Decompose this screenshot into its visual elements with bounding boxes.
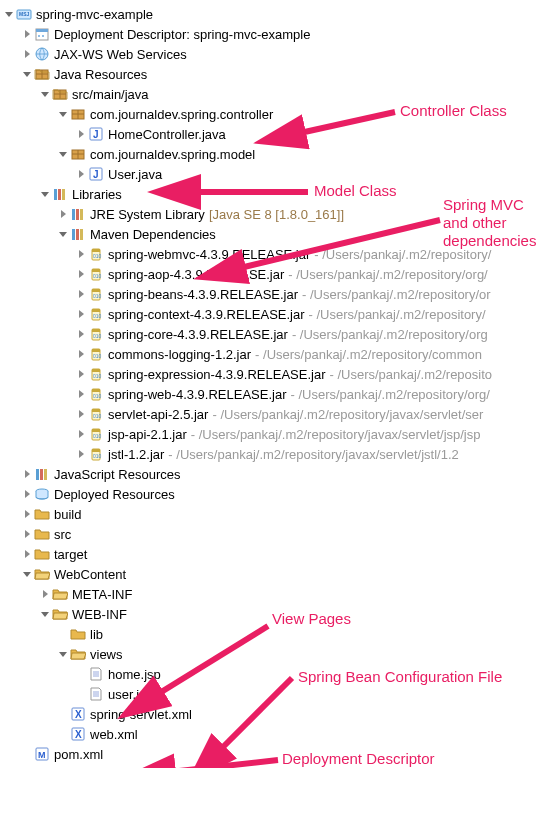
chevron-down-icon[interactable]: [22, 69, 32, 79]
svg-rect-28: [80, 209, 83, 220]
tree-item-label: spring-mvc-example: [36, 7, 153, 22]
chevron-right-icon[interactable]: [22, 549, 32, 559]
svg-text:010: 010: [93, 333, 102, 339]
tree-item[interactable]: JUser.java: [4, 164, 560, 184]
tree-item[interactable]: 010spring-beans-4.3.9.RELEASE.jar- /User…: [4, 284, 560, 304]
libraries-icon: [52, 186, 68, 202]
tree-item[interactable]: 010servlet-api-2.5.jar- /Users/pankaj/.m…: [4, 404, 560, 424]
tree-item[interactable]: 010commons-logging-1.2.jar- /Users/panka…: [4, 344, 560, 364]
chevron-right-icon[interactable]: [76, 329, 86, 339]
jaxws-icon: [34, 46, 50, 62]
chevron-right-icon[interactable]: [76, 289, 86, 299]
chevron-right-icon[interactable]: [22, 529, 32, 539]
chevron-down-icon[interactable]: [58, 229, 68, 239]
tree-item[interactable]: 010spring-aop-4.3.9.RELEASE.jar- /Users/…: [4, 264, 560, 284]
js-resources-icon: [34, 466, 50, 482]
chevron-right-icon[interactable]: [22, 49, 32, 59]
chevron-down-icon[interactable]: [40, 89, 50, 99]
chevron-right-icon[interactable]: [76, 429, 86, 439]
chevron-down-icon[interactable]: [40, 189, 50, 199]
tree-item-label: src/main/java: [72, 87, 149, 102]
tree-item[interactable]: views: [4, 644, 560, 664]
tree-item[interactable]: Maven Dependencies: [4, 224, 560, 244]
tree-item[interactable]: Deployed Resources: [4, 484, 560, 504]
tree-item[interactable]: src/main/java: [4, 84, 560, 104]
svg-text:010: 010: [93, 273, 102, 279]
jar-icon: 010: [88, 366, 104, 382]
tree-item[interactable]: META-INF: [4, 584, 560, 604]
tree-item[interactable]: Libraries: [4, 184, 560, 204]
folder-icon: [34, 506, 50, 522]
chevron-right-icon[interactable]: [76, 369, 86, 379]
chevron-right-icon[interactable]: [76, 449, 86, 459]
tree-item[interactable]: lib: [4, 624, 560, 644]
chevron-right-icon[interactable]: [76, 409, 86, 419]
jre-library-icon: [70, 206, 86, 222]
tree-item[interactable]: target: [4, 544, 560, 564]
chevron-down-icon[interactable]: [4, 9, 14, 19]
tree-item[interactable]: com.journaldev.spring.model: [4, 144, 560, 164]
tree-item-suffix: - /Users/pankaj/.m2/repository/org/: [288, 267, 487, 282]
chevron-right-icon[interactable]: [22, 29, 32, 39]
tree-item[interactable]: 010spring-web-4.3.9.RELEASE.jar- /Users/…: [4, 384, 560, 404]
tree-item[interactable]: 010spring-core-4.3.9.RELEASE.jar- /Users…: [4, 324, 560, 344]
chevron-right-icon[interactable]: [76, 249, 86, 259]
tree-item[interactable]: JRE System Library[Java SE 8 [1.8.0_161]…: [4, 204, 560, 224]
tree-item-suffix: - /Users/pankaj/.m2/repository/: [314, 247, 491, 262]
tree-item[interactable]: 010jstl-1.2.jar- /Users/pankaj/.m2/repos…: [4, 444, 560, 464]
package-icon: [70, 146, 86, 162]
tree-item[interactable]: WebContent: [4, 564, 560, 584]
chevron-right-icon[interactable]: [76, 309, 86, 319]
tree-item[interactable]: build: [4, 504, 560, 524]
tree-item[interactable]: Mpom.xml: [4, 744, 560, 764]
chevron-down-icon[interactable]: [58, 109, 68, 119]
tree-item[interactable]: com.journaldev.spring.controller: [4, 104, 560, 124]
tree-item[interactable]: JAX-WS Web Services: [4, 44, 560, 64]
svg-text:010: 010: [93, 453, 102, 459]
svg-text:010: 010: [93, 393, 102, 399]
tree-item[interactable]: MSJspring-mvc-example: [4, 4, 560, 24]
chevron-right-icon[interactable]: [76, 349, 86, 359]
tree-item-label: spring-webmvc-4.3.9.RELEASE.jar: [108, 247, 310, 262]
deployed-resources-icon: [34, 486, 50, 502]
chevron-right-icon[interactable]: [76, 169, 86, 179]
tree-item[interactable]: 010spring-webmvc-4.3.9.RELEASE.jar- /Use…: [4, 244, 560, 264]
chevron-right-icon[interactable]: [22, 509, 32, 519]
chevron-right-icon[interactable]: [76, 129, 86, 139]
tree-item[interactable]: 010spring-context-4.3.9.RELEASE.jar- /Us…: [4, 304, 560, 324]
chevron-down-icon[interactable]: [22, 569, 32, 579]
svg-rect-29: [72, 229, 75, 240]
chevron-right-icon[interactable]: [58, 209, 68, 219]
chevron-right-icon[interactable]: [76, 269, 86, 279]
deployment-descriptor-icon: [34, 26, 50, 42]
tree-item[interactable]: user.jsp: [4, 684, 560, 704]
tree-item[interactable]: 010spring-expression-4.3.9.RELEASE.jar- …: [4, 364, 560, 384]
tree-item[interactable]: JavaScript Resources: [4, 464, 560, 484]
tree-item[interactable]: src: [4, 524, 560, 544]
tree-item[interactable]: home.jsp: [4, 664, 560, 684]
tree-item[interactable]: Xspring-servlet.xml: [4, 704, 560, 724]
tree-item-label: spring-context-4.3.9.RELEASE.jar: [108, 307, 305, 322]
svg-rect-26: [72, 209, 75, 220]
chevron-down-icon[interactable]: [58, 649, 68, 659]
tree-item[interactable]: Deployment Descriptor: spring-mvc-exampl…: [4, 24, 560, 44]
chevron-right-icon[interactable]: [22, 489, 32, 499]
spacer: [76, 669, 86, 679]
tree-item[interactable]: WEB-INF: [4, 604, 560, 624]
chevron-down-icon[interactable]: [40, 609, 50, 619]
chevron-right-icon[interactable]: [40, 589, 50, 599]
chevron-right-icon[interactable]: [76, 389, 86, 399]
tree-item-suffix: - /Users/pankaj/.m2/repository/javax/ser…: [191, 427, 481, 442]
tree-item[interactable]: Java Resources: [4, 64, 560, 84]
chevron-right-icon[interactable]: [22, 469, 32, 479]
tree-item[interactable]: 010jsp-api-2.1.jar- /Users/pankaj/.m2/re…: [4, 424, 560, 444]
tree-item-label: spring-core-4.3.9.RELEASE.jar: [108, 327, 288, 342]
svg-point-5: [42, 35, 44, 37]
tree-item[interactable]: Xweb.xml: [4, 724, 560, 744]
svg-text:010: 010: [93, 353, 102, 359]
chevron-down-icon[interactable]: [58, 149, 68, 159]
tree-item-label: User.java: [108, 167, 162, 182]
java-file-icon: J: [88, 126, 104, 142]
tree-item[interactable]: JHomeController.java: [4, 124, 560, 144]
tree-item-label: Java Resources: [54, 67, 147, 82]
